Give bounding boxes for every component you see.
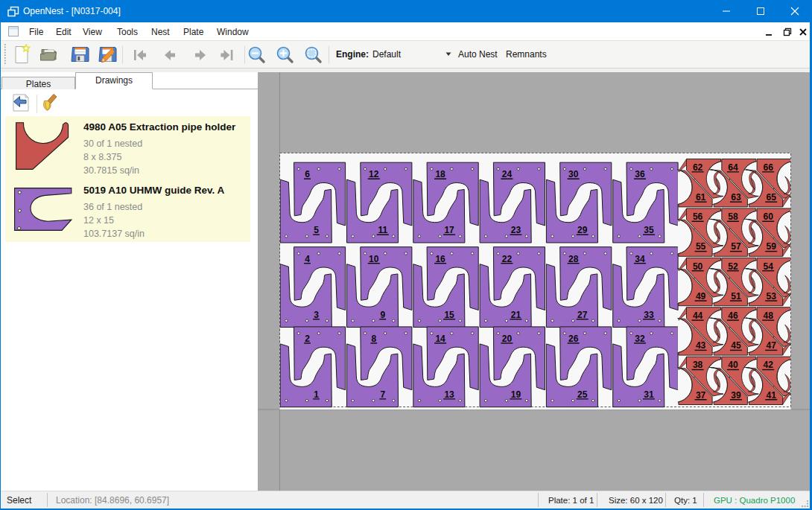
svg-text:27: 27 [577, 310, 588, 320]
svg-text:42: 42 [764, 360, 774, 370]
svg-text:21: 21 [511, 310, 521, 320]
svg-text:26: 26 [568, 334, 579, 344]
svg-text:43: 43 [696, 340, 706, 351]
svg-text:7: 7 [380, 389, 385, 400]
svg-text:58: 58 [728, 211, 738, 222]
svg-text:3: 3 [314, 310, 319, 320]
svg-text:14: 14 [435, 334, 445, 344]
svg-text:34: 34 [635, 254, 645, 264]
svg-text:51: 51 [731, 291, 741, 302]
svg-text:35: 35 [644, 225, 654, 235]
svg-text:25: 25 [577, 389, 588, 400]
svg-text:33: 33 [644, 310, 654, 320]
svg-text:49: 49 [696, 291, 706, 302]
svg-text:28: 28 [568, 254, 579, 264]
svg-text:61: 61 [696, 192, 706, 203]
svg-text:63: 63 [731, 192, 741, 203]
svg-text:12: 12 [369, 169, 379, 179]
svg-text:29: 29 [577, 225, 588, 235]
svg-text:10: 10 [369, 254, 379, 264]
svg-text:11: 11 [378, 225, 387, 235]
svg-text:19: 19 [511, 389, 521, 400]
svg-text:44: 44 [693, 310, 703, 321]
svg-text:1: 1 [314, 389, 319, 400]
svg-text:41: 41 [767, 390, 777, 401]
svg-text:2: 2 [305, 334, 310, 344]
svg-text:38: 38 [693, 360, 703, 370]
svg-text:6: 6 [305, 169, 310, 179]
svg-text:59: 59 [767, 241, 777, 252]
svg-text:62: 62 [693, 162, 703, 173]
svg-text:30: 30 [568, 169, 579, 179]
svg-text:66: 66 [764, 162, 774, 173]
svg-text:65: 65 [767, 192, 777, 203]
svg-text:39: 39 [731, 390, 741, 401]
svg-text:55: 55 [696, 241, 706, 252]
svg-text:9: 9 [380, 310, 385, 320]
svg-text:8: 8 [371, 334, 376, 344]
svg-text:22: 22 [502, 254, 513, 264]
svg-text:5: 5 [314, 225, 319, 235]
svg-text:45: 45 [731, 340, 741, 351]
svg-text:18: 18 [435, 169, 445, 179]
svg-text:23: 23 [511, 225, 521, 235]
svg-text:36: 36 [635, 169, 645, 179]
svg-text:46: 46 [728, 310, 738, 321]
svg-text:54: 54 [764, 261, 774, 272]
svg-text:56: 56 [693, 211, 703, 222]
svg-text:15: 15 [444, 310, 454, 320]
svg-text:48: 48 [764, 310, 774, 321]
svg-text:60: 60 [764, 211, 774, 222]
svg-text:17: 17 [444, 225, 454, 235]
svg-text:13: 13 [444, 389, 454, 400]
svg-text:53: 53 [767, 291, 777, 302]
svg-text:16: 16 [435, 254, 445, 264]
svg-text:31: 31 [644, 389, 654, 400]
svg-text:57: 57 [731, 241, 741, 252]
svg-text:24: 24 [502, 169, 513, 179]
svg-text:47: 47 [767, 340, 777, 351]
svg-text:37: 37 [696, 390, 706, 401]
svg-text:50: 50 [693, 261, 703, 272]
svg-text:40: 40 [728, 360, 738, 370]
svg-text:52: 52 [728, 261, 738, 272]
svg-text:64: 64 [728, 162, 738, 173]
svg-text:32: 32 [635, 334, 645, 344]
svg-text:20: 20 [502, 334, 513, 344]
svg-text:4: 4 [305, 254, 310, 264]
